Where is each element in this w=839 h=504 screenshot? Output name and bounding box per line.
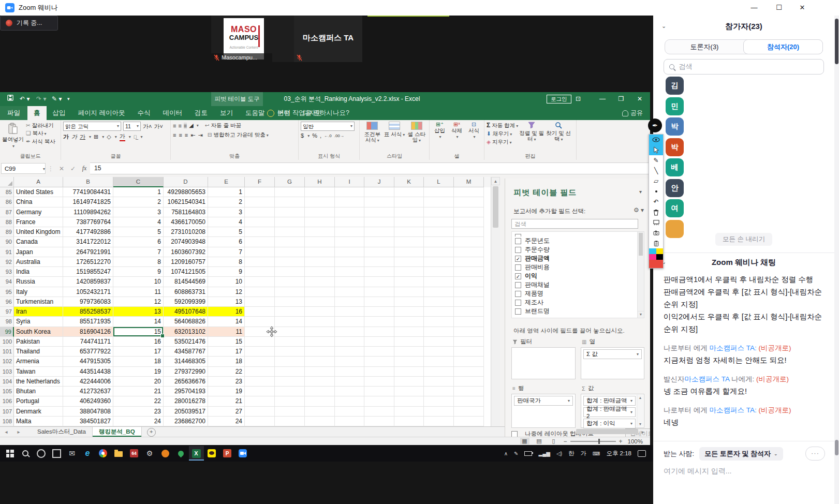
menu-tab-보기[interactable]: 보기 — [214, 106, 239, 120]
cell-C85[interactable]: 1 — [113, 187, 164, 197]
cell-E90[interactable]: 6 — [208, 237, 245, 247]
row-header-93[interactable]: 93 — [0, 267, 14, 277]
cell-H90[interactable] — [305, 237, 335, 247]
row-header-86[interactable]: 86 — [0, 197, 14, 207]
eye-tool[interactable] — [649, 135, 663, 145]
row-header-108[interactable]: 108 — [0, 417, 14, 426]
cell-M99[interactable] — [454, 327, 484, 337]
cell-F91[interactable] — [245, 247, 275, 257]
cell-F105[interactable] — [245, 387, 275, 396]
cell-L107[interactable] — [424, 407, 454, 417]
cell-J88[interactable] — [364, 217, 394, 227]
send-to-dropdown[interactable]: 모든 토론자 및 참석자⌄ — [699, 447, 783, 461]
cell-E86[interactable]: 2 — [208, 197, 245, 207]
cell-F102[interactable] — [245, 357, 275, 366]
cell-I85[interactable] — [335, 187, 364, 197]
cell-J97[interactable] — [364, 307, 394, 317]
cell-M104[interactable] — [454, 377, 484, 387]
cell-K94[interactable] — [394, 277, 424, 287]
field-row-판매채널[interactable]: 판매채널 — [512, 280, 644, 289]
scroll-down-icon[interactable]: ▼ — [637, 421, 643, 427]
cell-E93[interactable]: 9 — [208, 267, 245, 277]
cell-D93[interactable]: 1074121505 — [164, 267, 208, 277]
cell-A105[interactable]: Bhutan — [14, 387, 63, 396]
cell-J87[interactable] — [364, 207, 394, 217]
column-header-M[interactable]: M — [454, 177, 484, 187]
cell-A92[interactable]: Australia — [14, 257, 63, 267]
cell-G89[interactable] — [275, 227, 305, 237]
participant-search-input[interactable]: 검색 — [664, 59, 824, 75]
cell-E100[interactable]: 15 — [208, 337, 245, 347]
cell-I89[interactable] — [335, 227, 364, 237]
battery-icon[interactable] — [524, 451, 532, 456]
vertical-scrollbar[interactable]: ▲ — [491, 177, 500, 426]
cell-H96[interactable] — [305, 297, 335, 307]
conditional-formatting-button[interactable]: 조건부 서식▾ — [362, 122, 383, 153]
cell-H93[interactable] — [305, 267, 335, 277]
menu-tab-홈[interactable]: 홈 — [27, 106, 47, 120]
cell-G96[interactable] — [275, 297, 305, 307]
rows-field-chip[interactable]: 판매국가▾ — [514, 396, 573, 406]
cell-H103[interactable] — [305, 367, 335, 377]
cell-L96[interactable] — [424, 297, 454, 307]
cell-D101[interactable]: 434587767 — [164, 347, 208, 357]
font-name-select[interactable]: 맑은 고딕▾ — [63, 122, 121, 131]
field-row-제품명[interactable]: 제품명 — [512, 289, 644, 298]
participant-row[interactable]: 여 — [653, 198, 834, 219]
font-color-icon[interactable]: 가 — [120, 132, 125, 141]
cell-A95[interactable]: Italy — [14, 287, 63, 297]
page-break-view-icon[interactable]: ▯ — [549, 438, 558, 444]
cell-F107[interactable] — [245, 407, 275, 417]
eraser-tool[interactable]: ▱ — [649, 176, 663, 186]
cell-I102[interactable] — [335, 357, 364, 366]
cell-K90[interactable] — [394, 237, 424, 247]
format-cells-button[interactable]: ⊡서식▾ — [466, 122, 482, 153]
underline-button[interactable]: 가 — [80, 133, 85, 141]
row-header-100[interactable]: 100 — [0, 337, 14, 347]
annotation-pen-indicator[interactable]: ✒ — [648, 118, 662, 132]
cell-A90[interactable]: Canada — [14, 237, 63, 247]
row-header-98[interactable]: 98 — [0, 317, 14, 327]
participant-row[interactable]: 박 — [653, 137, 834, 158]
cell-B87[interactable]: 11109894262 — [63, 207, 113, 217]
cell-M107[interactable] — [454, 407, 484, 417]
draw-tool[interactable]: ╲ — [649, 166, 663, 176]
field-row-제조사[interactable]: 제조사 — [512, 298, 644, 307]
lower-all-hands-button[interactable]: 모든 손 내리기 — [715, 233, 772, 246]
cell-H86[interactable] — [305, 197, 335, 207]
sheet-nav-left-icon[interactable]: ◂ — [0, 427, 12, 437]
cell-L102[interactable] — [424, 357, 454, 366]
cell-H100[interactable] — [305, 337, 335, 347]
maximize-button[interactable]: ☐ — [770, 0, 788, 16]
column-header-A[interactable]: A — [14, 177, 63, 187]
scroll-left-icon[interactable]: ◂ — [568, 427, 575, 437]
cell-A88[interactable]: France — [14, 217, 63, 227]
cell-L98[interactable] — [424, 317, 454, 327]
cell-G103[interactable] — [275, 367, 305, 377]
login-button[interactable]: 로그인 — [547, 95, 571, 103]
scrollbar-thumb[interactable] — [835, 440, 838, 455]
wrap-text-button[interactable]: ↩자동 줄 바꿈 — [205, 122, 241, 129]
cell-G106[interactable] — [275, 396, 305, 406]
cell-M97[interactable] — [454, 307, 484, 317]
cell-J104[interactable] — [364, 377, 394, 387]
cell-D94[interactable]: 814544569 — [164, 277, 208, 287]
minimize-button[interactable]: — — [745, 0, 763, 16]
clear-button[interactable]: ◈지우기▾ — [487, 138, 518, 146]
zoom-slider[interactable]: −+ — [564, 438, 623, 445]
format-painter-button[interactable]: ✒서식 복사 — [26, 138, 55, 145]
cell-B95[interactable]: 1052432171 — [63, 287, 113, 297]
cell-G86[interactable] — [275, 197, 305, 207]
cell-L100[interactable] — [424, 337, 454, 347]
cell-E104[interactable]: 23 — [208, 377, 245, 387]
cell-G95[interactable] — [275, 287, 305, 297]
share-button[interactable]: 공유 — [622, 106, 643, 120]
fill-handle[interactable] — [160, 334, 165, 338]
sheet-tab-Sales마스터_Data[interactable]: Sales마스터_Data — [31, 427, 93, 437]
row-header-85[interactable]: 85 — [0, 187, 14, 197]
cell-H89[interactable] — [305, 227, 335, 237]
add-sheet-button[interactable]: + — [147, 428, 156, 437]
cell-G87[interactable] — [275, 207, 305, 217]
cell-G107[interactable] — [275, 407, 305, 417]
align-top-icon[interactable]: ≡ — [173, 123, 176, 129]
